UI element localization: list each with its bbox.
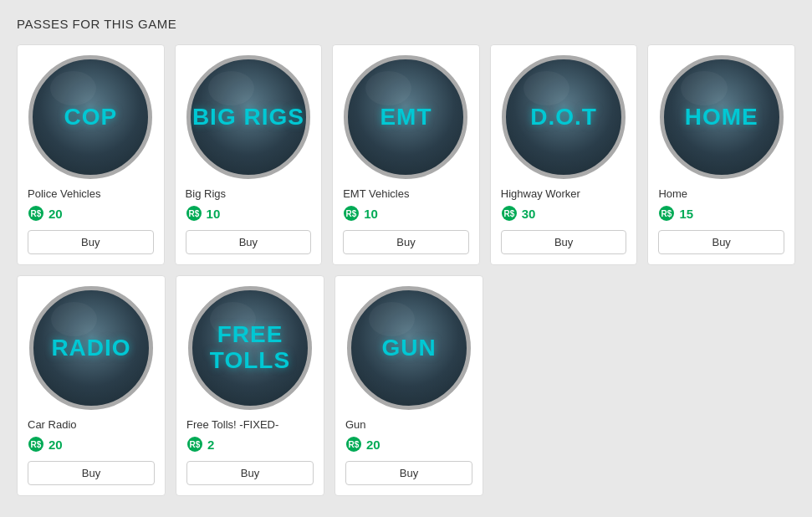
pass-icon-text-radio: RADIO — [51, 335, 130, 361]
pass-name-home: Home — [658, 187, 687, 200]
page-title: PASSES FOR THIS GAME — [17, 17, 795, 31]
buy-button-big-rigs[interactable]: Buy — [186, 230, 312, 254]
pass-name-big-rigs: Big Rigs — [186, 187, 226, 200]
pass-price-amount-gun: 20 — [366, 438, 380, 452]
robux-icon-cop: R$ — [28, 205, 44, 222]
robux-icon-big-rigs: R$ — [186, 205, 202, 222]
pass-icon-text-free-tolls: FREE TOLLS — [192, 322, 308, 374]
pass-card-home: HOMEHome R$ 15Buy — [647, 44, 795, 265]
robux-icon-dot: R$ — [501, 205, 518, 222]
pass-price-amount-free-tolls: 2 — [207, 438, 214, 452]
pass-icon-radio: RADIO — [29, 286, 153, 410]
pass-icon-text-dot: D.O.T — [530, 105, 597, 131]
pass-price-gun: R$ 20 — [345, 436, 380, 453]
pass-card-emt: EMTEMT Vehicles R$ 10Buy — [332, 44, 480, 265]
passes-row-1: COPPolice Vehicles R$ 20BuyBIG RIGSBig R… — [17, 44, 795, 265]
buy-button-dot[interactable]: Buy — [501, 230, 627, 254]
robux-icon-free-tolls: R$ — [186, 436, 203, 453]
pass-icon-free-tolls: FREE TOLLS — [188, 286, 312, 410]
pass-icon-home: HOME — [660, 55, 784, 179]
pass-name-emt: EMT Vehicles — [343, 187, 409, 200]
pass-price-amount-home: 15 — [679, 207, 693, 221]
pass-price-amount-big-rigs: 10 — [207, 207, 221, 221]
svg-text:R$: R$ — [661, 209, 672, 218]
pass-price-amount-dot: 30 — [522, 207, 536, 221]
svg-text:R$: R$ — [503, 209, 514, 218]
pass-icon-text-home: HOME — [685, 105, 758, 131]
pass-icon-emt: EMT — [344, 55, 467, 179]
pass-price-amount-radio: 20 — [49, 438, 63, 452]
pass-price-cop: R$ 20 — [28, 205, 63, 222]
svg-text:R$: R$ — [31, 209, 42, 218]
pass-card-big-rigs: BIG RIGSBig Rigs R$ 10Buy — [175, 44, 323, 265]
pass-price-home: R$ 15 — [658, 205, 693, 222]
pass-card-dot: D.O.THighway Worker R$ 30Buy — [490, 44, 638, 265]
robux-icon-home: R$ — [658, 205, 675, 222]
pass-icon-text-cop: COP — [64, 105, 117, 131]
pass-icon-text-gun: GUN — [381, 335, 436, 361]
buy-button-cop[interactable]: Buy — [28, 230, 154, 254]
pass-price-free-tolls: R$ 2 — [186, 436, 214, 453]
pass-name-free-tolls: Free Tolls! -FIXED- — [186, 418, 278, 431]
pass-name-gun: Gun — [345, 418, 366, 431]
pass-icon-big-rigs: BIG RIGS — [186, 55, 310, 179]
pass-price-big-rigs: R$ 10 — [186, 205, 221, 222]
pass-card-cop: COPPolice Vehicles R$ 20Buy — [17, 44, 165, 265]
pass-card-free-tolls: FREE TOLLSFree Tolls! -FIXED- R$ 2Buy — [176, 275, 324, 496]
svg-text:R$: R$ — [31, 440, 42, 449]
svg-text:R$: R$ — [190, 440, 201, 449]
passes-row-2: RADIOCar Radio R$ 20BuyFREE TOLLSFree To… — [17, 275, 795, 496]
pass-icon-text-big-rigs: BIG RIGS — [192, 105, 304, 131]
pass-price-emt: R$ 10 — [343, 205, 378, 222]
pass-icon-dot: D.O.T — [502, 55, 626, 179]
svg-text:R$: R$ — [346, 209, 357, 218]
pass-price-amount-emt: 10 — [364, 207, 378, 221]
robux-icon-radio: R$ — [28, 436, 44, 453]
buy-button-emt[interactable]: Buy — [343, 230, 469, 254]
pass-name-dot: Highway Worker — [501, 187, 580, 200]
buy-button-radio[interactable]: Buy — [28, 461, 155, 485]
pass-icon-text-emt: EMT — [380, 105, 432, 131]
pass-card-radio: RADIOCar Radio R$ 20Buy — [17, 275, 166, 496]
buy-button-home[interactable]: Buy — [658, 230, 784, 254]
svg-text:R$: R$ — [349, 440, 360, 449]
robux-icon-gun: R$ — [345, 436, 362, 453]
pass-price-radio: R$ 20 — [28, 436, 63, 453]
pass-name-cop: Police Vehicles — [28, 187, 100, 200]
pass-price-dot: R$ 30 — [501, 205, 536, 222]
robux-icon-emt: R$ — [343, 205, 360, 222]
pass-price-amount-cop: 20 — [49, 207, 63, 221]
passes-grid: COPPolice Vehicles R$ 20BuyBIG RIGSBig R… — [17, 44, 795, 496]
svg-text:R$: R$ — [188, 209, 199, 218]
buy-button-free-tolls[interactable]: Buy — [186, 461, 314, 485]
pass-icon-cop: COP — [28, 55, 152, 179]
pass-name-radio: Car Radio — [28, 418, 77, 431]
pass-icon-gun: GUN — [347, 286, 471, 410]
pass-card-gun: GUNGun R$ 20Buy — [335, 275, 483, 496]
buy-button-gun[interactable]: Buy — [345, 461, 472, 485]
